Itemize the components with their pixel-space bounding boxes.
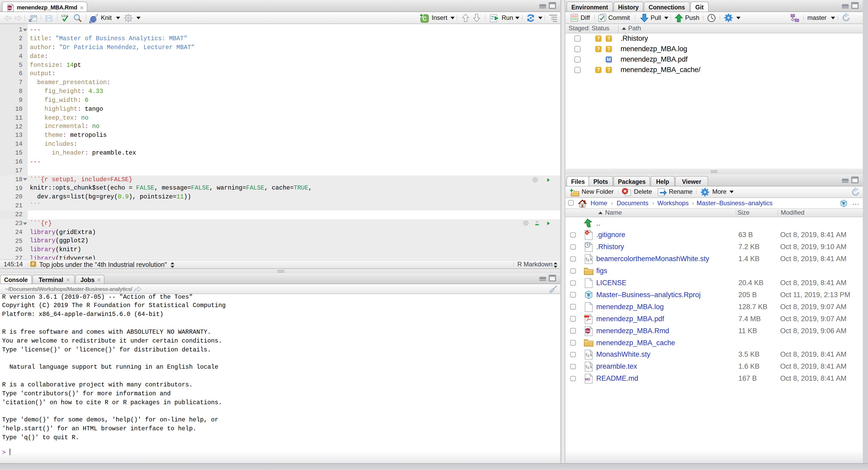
svg-text:R: R bbox=[587, 293, 590, 297]
svg-text:R: R bbox=[842, 201, 845, 205]
svg-text:MD: MD bbox=[585, 377, 590, 381]
svg-text:Rmd: Rmd bbox=[7, 7, 12, 9]
svg-text:Rmd: Rmd bbox=[585, 330, 590, 332]
